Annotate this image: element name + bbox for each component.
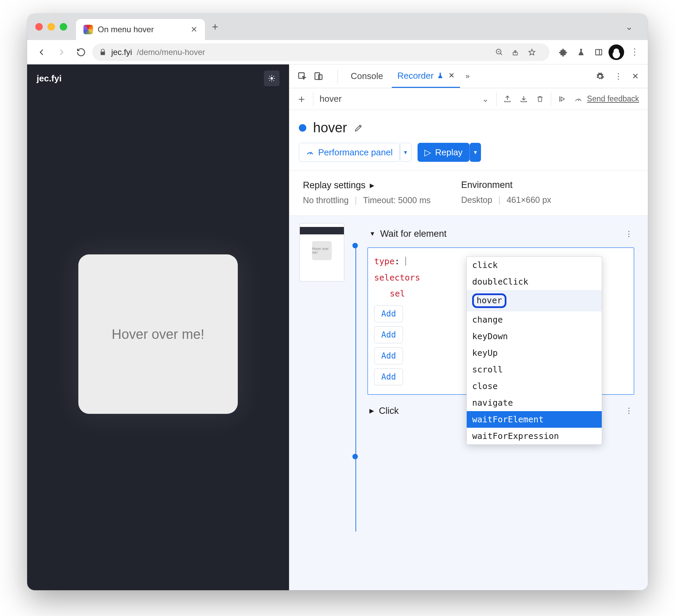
dropdown-option[interactable]: click [467,257,602,273]
flask-badge-icon [437,72,444,79]
webpage: jec.fyi Hover over me! [27,64,289,590]
toolbar-icons: ⋮ [556,44,642,60]
dropdown-option-hover[interactable]: hover [467,290,602,311]
timeline-line [355,244,356,532]
tab-close-button[interactable]: ✕ [191,25,197,34]
steps-area: Hover over me! ▼ Wait for element ⋮ type… [289,216,648,590]
console-tab[interactable]: Console [345,65,388,88]
browser-tab[interactable]: On menu hover ✕ [76,19,205,40]
dropdown-option[interactable]: keyDown [467,328,602,345]
chevron-right-icon: ▸ [370,180,374,191]
close-devtools-button[interactable]: ✕ [628,69,642,83]
speed-gauge-icon[interactable] [571,92,586,107]
step-wait-for-element: ▼ Wait for element ⋮ type: selectors sel… [367,223,641,395]
tab-list-chevron-icon[interactable]: ⌄ [619,22,640,32]
dropdown-option[interactable]: doubleClick [467,273,602,290]
reload-button[interactable] [73,44,90,61]
import-icon[interactable] [516,92,531,107]
url-domain: jec.fyi [111,47,132,57]
dropdown-option[interactable]: scroll [467,361,602,378]
url-path: /demo/menu-hover [137,47,205,57]
environment-viewport: 461×660 px [507,195,551,205]
export-icon[interactable] [500,92,515,107]
devtools-panel: Console Recorder ✕ » ⋮ ✕ ＋ hover [289,64,648,590]
devtools-menu-button[interactable]: ⋮ [611,69,625,83]
bookmark-star-icon[interactable] [528,48,543,56]
replay-button[interactable]: ▷Replay [418,143,469,162]
hover-box-text: Hover over me! [112,327,204,342]
step-icon[interactable] [555,92,570,107]
back-button[interactable] [33,44,50,61]
devtools-tabbar: Console Recorder ✕ » ⋮ ✕ [289,64,648,88]
dropdown-option-selected[interactable]: waitForElement [467,411,602,428]
content-area: jec.fyi Hover over me! Console [27,64,648,590]
forward-button[interactable] [53,44,70,61]
step-menu-button[interactable]: ⋮ [625,406,638,415]
performance-panel-button[interactable]: Performance panel [299,143,400,162]
replay-settings-label[interactable]: Replay settings [303,180,366,191]
step-thumbnail[interactable]: Hover over me! [300,223,344,282]
add-selector-button[interactable]: Add [374,347,403,364]
more-tabs-chevron-icon[interactable]: » [465,72,469,81]
extensions-icon[interactable] [556,44,571,60]
minimize-window-button[interactable] [47,23,55,31]
browser-toolbar: jec.fyi/demo/menu-hover ⋮ [27,40,648,64]
tab-title: On menu hover [98,25,186,34]
lock-icon [99,49,107,56]
step-header[interactable]: ▼ Wait for element ⋮ [367,223,641,245]
share-icon[interactable] [512,48,526,56]
recording-indicator-dot [299,124,306,132]
type-dropdown[interactable]: click doubleClick hover change keyDown k… [466,256,602,445]
hover-target-box[interactable]: Hover over me! [78,254,238,414]
performance-panel-dropdown[interactable]: ▾ [400,143,411,162]
recorder-tab[interactable]: Recorder ✕ [392,65,460,88]
settings-gear-icon[interactable] [593,69,607,83]
zoom-out-icon[interactable] [495,48,510,56]
flask-icon[interactable] [573,44,589,60]
add-selector-button[interactable]: Add [374,305,403,322]
edit-title-button[interactable] [354,123,363,133]
tab-strip: On menu hover ✕ + ⌄ [27,14,648,40]
recording-header: hover [289,110,648,141]
throttling-value: No throttling [303,195,349,205]
window-controls [35,23,67,31]
close-window-button[interactable] [35,23,43,31]
recorder-actions: Performance panel ▾ ▷Replay ▾ [289,141,648,171]
dropdown-option[interactable]: change [467,311,602,328]
dropdown-option[interactable]: waitForExpression [467,428,602,444]
svg-rect-5 [315,73,320,79]
svg-rect-2 [596,50,602,55]
add-recording-button[interactable]: ＋ [293,92,310,107]
profile-avatar[interactable] [609,44,624,60]
device-toolbar-icon[interactable] [311,69,326,84]
chrome-menu-button[interactable]: ⋮ [626,44,642,60]
new-tab-button[interactable]: + [205,21,225,33]
timeline-dot [352,243,358,248]
step-menu-button[interactable]: ⋮ [625,230,638,238]
dropdown-option[interactable]: navigate [467,394,602,411]
side-panel-icon[interactable] [591,44,606,60]
recorder-settings: Replay settings ▸ No throttling | Timeou… [289,171,648,216]
dropdown-option[interactable]: keyUp [467,345,602,361]
environment-label: Environment [461,180,551,190]
add-selector-button[interactable]: Add [374,368,403,385]
dropdown-option[interactable]: close [467,378,602,394]
favicon [83,25,93,34]
omnibox-actions [495,48,543,56]
inspect-element-icon[interactable] [295,69,310,84]
send-feedback-link[interactable]: Send feedback [587,94,644,103]
recording-dd-chevron-icon[interactable]: ⌄ [478,92,493,107]
timeline-dot [352,454,358,459]
fullscreen-window-button[interactable] [60,23,67,31]
recorder-toolbar: ＋ hover ⌄ Send feedback [289,88,648,110]
recording-selector[interactable]: hover [317,91,346,107]
delete-icon[interactable] [533,92,547,107]
add-selector-button[interactable]: Add [374,326,403,343]
replay-dropdown[interactable]: ▾ [469,143,481,162]
chevron-right-icon: ▶ [369,407,374,415]
environment-device: Desktop [461,195,492,205]
chevron-down-icon: ▼ [369,230,375,237]
address-bar[interactable]: jec.fyi/demo/menu-hover [92,43,549,61]
close-tab-icon[interactable]: ✕ [448,71,455,80]
timeout-value: Timeout: 5000 ms [363,195,430,205]
